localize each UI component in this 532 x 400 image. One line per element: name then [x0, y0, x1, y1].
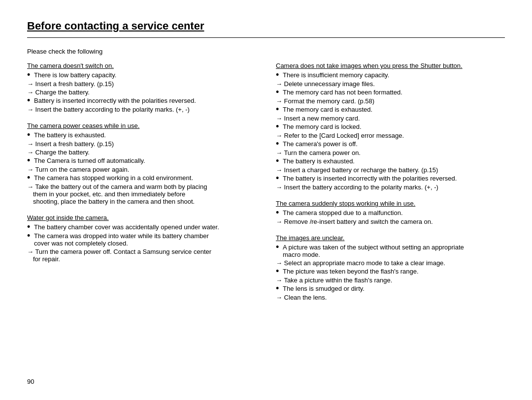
section-items: •There is low battery capacity.→ Insert …: [27, 71, 256, 113]
item-text: The memory card has not been formatted.: [283, 89, 402, 96]
bullet-icon: •: [27, 70, 33, 79]
item-text: The camera was dropped into water while …: [34, 232, 209, 247]
section-items: •A picture was taken of the subject with…: [276, 244, 505, 301]
list-item: •A picture was taken of the subject with…: [276, 244, 505, 258]
page-title: Before contacting a service center: [27, 20, 505, 34]
list-item: •There is insufficient memory capacity.: [276, 71, 505, 79]
list-item: •Battery is inserted incorrectly with th…: [27, 97, 256, 105]
section-title: The camera doesn't switch on.: [27, 62, 256, 69]
list-item: •The lens is smudged or dirty.: [276, 285, 505, 293]
list-item: •The Camera is turned off automatically.: [27, 157, 256, 165]
right-column: Camera does not take images when you pre…: [276, 62, 505, 310]
bullet-icon: •: [276, 208, 282, 217]
item-text: The battery is exhausted.: [34, 131, 106, 139]
item-text: A picture was taken of the subject witho…: [283, 244, 464, 258]
item-text: Battery is inserted incorrectly with the…: [34, 97, 196, 104]
bullet-icon: •: [27, 130, 33, 139]
section-images-unclear: The images are unclear.•A picture was ta…: [276, 234, 505, 301]
section-title: The images are unclear.: [276, 234, 505, 242]
bullet-icon: •: [276, 88, 282, 96]
item-text: The camera stopped due to a malfunction.: [283, 209, 403, 216]
bullet-icon: •: [276, 267, 282, 276]
list-item: •The camera was dropped into water while…: [27, 232, 256, 247]
bullet-icon: •: [276, 156, 282, 165]
list-item: → Insert a fresh battery. (p.15): [27, 140, 256, 148]
item-text: The battery chamber cover was accidental…: [34, 223, 219, 231]
list-item: •There is low battery capacity.: [27, 71, 256, 79]
section-title: Camera does not take images when you pre…: [276, 62, 505, 69]
list-item: •The camera's power is off.: [276, 140, 505, 148]
list-item: •The memory card has not been formatted.: [276, 89, 505, 96]
item-text: The camera has stopped working in a cold…: [34, 174, 193, 182]
section-title: The camera suddenly stops working while …: [276, 200, 505, 207]
list-item: •The battery is exhausted.: [27, 131, 256, 139]
section-camera-no-switch: The camera doesn't switch on.•There is l…: [27, 62, 256, 113]
section-camera-no-image: Camera does not take images when you pre…: [276, 62, 505, 191]
section-items: •The battery is exhausted.→ Insert a fre…: [27, 131, 256, 205]
list-item: → Insert a fresh battery. (p.15): [27, 80, 256, 88]
list-item: → Insert a charged battery or recharge t…: [276, 166, 505, 174]
bullet-icon: •: [276, 105, 282, 114]
bullet-icon: •: [276, 139, 282, 148]
section-items: •The camera stopped due to a malfunction…: [276, 209, 505, 225]
item-text: There is insufficient memory capacity.: [283, 71, 389, 79]
list-item: •The battery is inserted incorrectly wit…: [276, 175, 505, 183]
list-item: → Remove /re-insert battery and switch t…: [276, 218, 505, 225]
bullet-icon: •: [276, 284, 282, 293]
list-item: •The camera stopped due to a malfunction…: [276, 209, 505, 217]
list-item: •The camera has stopped working in a col…: [27, 174, 256, 182]
section-camera-power-ceases: The camera power ceases while in use.•Th…: [27, 122, 256, 205]
bullet-icon: •: [276, 70, 282, 79]
list-item: •The memory card is exhausted.: [276, 106, 505, 114]
bullet-icon: •: [27, 96, 33, 105]
bullet-icon: •: [27, 173, 33, 182]
list-item: •The memory card is locked.: [276, 123, 505, 131]
item-text: The Camera is turned off automatically.: [34, 157, 145, 164]
list-item: •The battery is exhausted.: [276, 157, 505, 165]
list-item: → Insert the battery according to the po…: [276, 184, 505, 191]
list-item: → Take the battery out of the camera and…: [27, 183, 256, 205]
item-text: The picture was teken beyond the flash's…: [283, 268, 419, 275]
list-item: → Refer to the [Card Locked] error messa…: [276, 132, 505, 139]
list-item: → Turn on the camera power again.: [27, 166, 256, 173]
item-text: The lens is smudged or dirty.: [283, 285, 365, 292]
section-title: The camera power ceases while in use.: [27, 122, 256, 129]
section-camera-stops: The camera suddenly stops working while …: [276, 200, 505, 225]
item-text: There is low battery capacity.: [34, 71, 116, 79]
list-item: → Clean the lens.: [276, 294, 505, 301]
item-text: The memory card is locked.: [283, 123, 362, 130]
item-text: The battery is inserted incorrectly with…: [283, 175, 457, 182]
main-content: The camera doesn't switch on.•There is l…: [27, 62, 505, 310]
list-item: → Format the memory card. (p.58): [276, 97, 505, 105]
section-water-inside: Water got inside the camera.•The battery…: [27, 214, 256, 263]
intro-text: Please check the following: [27, 48, 505, 55]
list-item: → Turn the camera power off. Contact a S…: [27, 248, 256, 263]
list-item: → Insert the battery according to the po…: [27, 106, 256, 113]
list-item: •The battery chamber cover was accidenta…: [27, 223, 256, 231]
list-item: → Charge the battery.: [27, 89, 256, 96]
left-column: The camera doesn't switch on.•There is l…: [27, 62, 256, 310]
section-items: •There is insufficient memory capacity.→…: [276, 71, 505, 191]
item-text: The memory card is exhausted.: [283, 106, 372, 113]
item-text: The battery is exhausted.: [283, 157, 355, 165]
section-items: •The battery chamber cover was accidenta…: [27, 223, 256, 263]
bullet-icon: •: [27, 231, 33, 240]
list-item: → Delete unnecessary image files.: [276, 80, 505, 88]
bullet-icon: •: [27, 156, 33, 165]
title-divider: [27, 37, 505, 38]
list-item: → Select an appropriate macro mode to ta…: [276, 259, 505, 267]
list-item: → Charge the battery.: [27, 149, 256, 156]
section-title: Water got inside the camera.: [27, 214, 256, 221]
bullet-icon: •: [276, 174, 282, 183]
item-text: The camera's power is off.: [283, 140, 358, 148]
bullet-icon: •: [27, 222, 33, 231]
page-number: 90: [27, 378, 34, 385]
bullet-icon: •: [276, 122, 282, 131]
list-item: → Insert a new memory card.: [276, 115, 505, 122]
list-item: •The picture was teken beyond the flash'…: [276, 268, 505, 276]
list-item: → Turn the camera power on.: [276, 149, 505, 156]
bullet-icon: •: [276, 243, 282, 251]
list-item: → Take a picture within the flash's rang…: [276, 277, 505, 284]
